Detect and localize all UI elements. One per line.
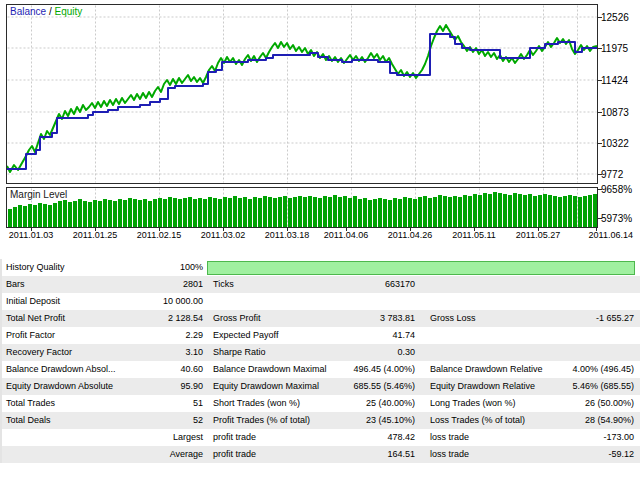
margin-bar bbox=[523, 195, 527, 227]
margin-bar bbox=[263, 196, 267, 227]
table-value-cell: 0.30 bbox=[352, 344, 417, 361]
margin-bar bbox=[78, 199, 82, 227]
margin-bar bbox=[288, 198, 292, 227]
margin-bar bbox=[528, 194, 532, 227]
table-value-cell: 496.45 (4.00%) bbox=[352, 361, 417, 378]
margin-bar bbox=[418, 197, 422, 227]
margin-bar bbox=[533, 196, 537, 227]
margin-bar bbox=[93, 200, 97, 227]
table-row: Profit Factor2.29Expected Payoff41.74 bbox=[2, 327, 640, 344]
progress-bar-fill bbox=[207, 261, 635, 275]
table-row: Total Deals52Profit Trades (% of total)2… bbox=[2, 412, 640, 429]
y-axis-tick-label: 11975 bbox=[601, 43, 628, 54]
margin-bar bbox=[18, 205, 22, 227]
margin-bar bbox=[238, 198, 242, 227]
margin-bar bbox=[118, 199, 122, 227]
table-value-cell bbox=[535, 276, 636, 293]
margin-bar bbox=[198, 198, 202, 227]
table-label-cell: Ticks bbox=[205, 276, 352, 293]
margin-bar bbox=[208, 197, 212, 227]
margin-bar bbox=[248, 199, 252, 227]
table-value-cell: 4.00% (496.45) bbox=[535, 361, 636, 378]
margin-bar bbox=[293, 197, 297, 227]
table-row: History Quality100% bbox=[2, 259, 640, 276]
table-label-cell: Recovery Factor bbox=[2, 344, 150, 361]
margin-bar bbox=[563, 196, 567, 227]
y-axis-tick-label: 9658% bbox=[601, 184, 632, 195]
margin-bar bbox=[473, 194, 477, 227]
table-value-cell: 2.29 bbox=[150, 327, 205, 344]
margin-bar bbox=[423, 196, 427, 227]
margin-bar bbox=[113, 201, 117, 227]
x-axis-tick-label: 2011.03.02 bbox=[201, 230, 245, 240]
margin-bar bbox=[323, 196, 327, 227]
table-label-cell bbox=[2, 429, 150, 446]
margin-bar bbox=[468, 196, 472, 227]
table-row: Total Trades51Short Trades (won %)25 (40… bbox=[2, 395, 640, 412]
margin-level-label: Margin Level bbox=[10, 189, 67, 200]
margin-bar bbox=[23, 206, 27, 227]
table-label-cell: Long Trades (won %) bbox=[417, 395, 535, 412]
margin-bar bbox=[388, 200, 392, 227]
x-axis-tick-label: 2011.05.11 bbox=[452, 230, 496, 240]
margin-bar bbox=[203, 199, 207, 227]
table-value-cell: 164.51 bbox=[352, 446, 417, 463]
table-row: Initial Deposit10 000.00 bbox=[2, 293, 640, 310]
table-value-cell: 2801 bbox=[150, 276, 205, 293]
y-axis-tick-label: 12526 bbox=[601, 12, 629, 23]
margin-bar bbox=[278, 197, 282, 227]
table-value-cell: 100% bbox=[150, 259, 205, 276]
x-axis-tick-label: 2011.03.18 bbox=[265, 230, 309, 240]
margin-bar bbox=[43, 204, 47, 227]
margin-bar bbox=[433, 197, 437, 227]
table-label-cell: Equity Drawdown Maximal bbox=[205, 378, 352, 395]
table-label-cell: Balance Drawdown Maximal bbox=[205, 361, 352, 378]
x-axis-tick-label: 2011.04.06 bbox=[324, 230, 368, 240]
table-value-cell bbox=[535, 344, 636, 361]
table-value-cell: 2 128.54 bbox=[150, 310, 205, 327]
table-label-cell: Equity Drawdown Absolute bbox=[2, 378, 150, 395]
strategy-tester-report: Balance / Equity Margin Level 1252611975… bbox=[0, 0, 640, 480]
table-value-cell: 3 783.81 bbox=[352, 310, 417, 327]
margin-bar bbox=[73, 201, 77, 227]
margin-bar bbox=[593, 194, 597, 227]
margin-bar bbox=[138, 200, 142, 227]
margin-bar bbox=[273, 198, 277, 227]
margin-bar bbox=[383, 199, 387, 227]
margin-bar bbox=[333, 195, 337, 227]
table-value-cell: -59.12 bbox=[535, 446, 636, 463]
margin-bar bbox=[148, 201, 152, 227]
margin-bar bbox=[508, 195, 512, 227]
table-label-cell: Total Net Profit bbox=[2, 310, 150, 327]
margin-bar bbox=[403, 197, 407, 227]
table-label-cell: Profit Trades (% of total) bbox=[205, 412, 352, 429]
table-value-cell: 40.60 bbox=[150, 361, 205, 378]
table-value-cell: 478.42 bbox=[352, 429, 417, 446]
margin-bar bbox=[8, 209, 12, 227]
margin-bar bbox=[583, 196, 587, 227]
margin-bar bbox=[33, 205, 37, 227]
margin-bar bbox=[358, 199, 362, 227]
table-label-cell: Bars bbox=[2, 276, 150, 293]
margin-bar bbox=[13, 207, 17, 227]
legend-balance-label: Balance bbox=[10, 6, 46, 17]
margin-bar bbox=[378, 198, 382, 227]
margin-bar bbox=[128, 198, 132, 227]
table-label-cell: loss trade bbox=[417, 446, 535, 463]
margin-bar bbox=[463, 195, 467, 227]
margin-bar bbox=[193, 199, 197, 227]
margin-bar bbox=[268, 197, 272, 227]
margin-bar bbox=[453, 196, 457, 227]
margin-bar bbox=[28, 204, 32, 227]
margin-bar bbox=[228, 198, 232, 227]
margin-bar bbox=[308, 196, 312, 227]
margin-bar bbox=[108, 200, 112, 227]
margin-bar bbox=[68, 202, 72, 227]
table-value-cell: -1 655.27 bbox=[535, 310, 636, 327]
table-label-cell: Expected Payoff bbox=[205, 327, 352, 344]
x-axis-tick-label: 2011.04.26 bbox=[388, 230, 432, 240]
margin-bar bbox=[53, 203, 57, 227]
margin-bar bbox=[493, 192, 497, 227]
table-label-cell bbox=[2, 446, 150, 463]
table-value-cell: 10 000.00 bbox=[150, 293, 205, 310]
